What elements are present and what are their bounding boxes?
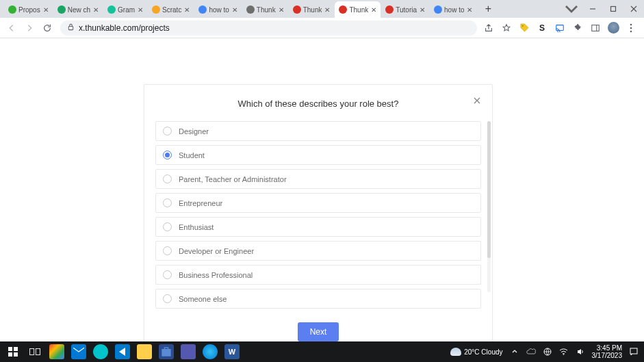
browser-tab[interactable]: Thunk✕ — [289, 1, 335, 18]
bookmark-star-icon[interactable] — [500, 22, 513, 34]
tab-close-icon[interactable]: ✕ — [371, 6, 376, 14]
tab-favicon — [152, 5, 160, 14]
tab-label: Thunk — [257, 6, 276, 14]
tab-favicon — [246, 5, 255, 14]
window-minimize-button[interactable] — [582, 1, 603, 17]
browser-tab[interactable]: Thunk✕ — [335, 1, 381, 18]
task-view-button[interactable] — [26, 343, 44, 361]
svg-rect-11 — [14, 347, 18, 351]
tab-close-icon[interactable]: ✕ — [420, 6, 425, 14]
taskbar-clock[interactable]: 3:45 PM 3/17/2023 — [592, 344, 623, 359]
role-option-label: Developer or Engineer — [179, 247, 254, 255]
tab-close-icon[interactable]: ✕ — [467, 6, 472, 14]
modal-close-button[interactable] — [473, 96, 481, 107]
cast-icon[interactable] — [554, 22, 566, 34]
nav-back-button[interactable] — [4, 21, 19, 36]
radio-icon — [163, 127, 172, 135]
taskbar-app-file-explorer[interactable] — [136, 343, 153, 361]
role-option[interactable]: Someone else — [155, 289, 481, 309]
cloud-icon — [450, 348, 461, 356]
volume-icon[interactable] — [576, 347, 585, 357]
tab-label: Gram — [118, 6, 135, 14]
taskbar-app-chrome[interactable] — [48, 343, 66, 361]
role-option[interactable]: Designer — [155, 121, 481, 141]
svg-rect-2 — [68, 26, 73, 29]
browser-tab[interactable]: Gram✕ — [103, 1, 147, 18]
modal-header: Which of these describes your role best? — [144, 85, 492, 121]
weather-widget[interactable]: 20°C Cloudy — [450, 348, 502, 356]
browser-tab[interactable]: how to✕ — [194, 1, 241, 18]
browser-menu-icon[interactable] — [625, 22, 637, 34]
extensions-puzzle-icon[interactable] — [571, 22, 584, 34]
svg-point-9 — [630, 30, 632, 32]
start-button[interactable] — [4, 343, 22, 361]
nav-reload-button[interactable] — [40, 21, 55, 36]
tab-close-icon[interactable]: ✕ — [279, 6, 284, 14]
browser-tab[interactable]: how to✕ — [430, 1, 476, 18]
taskbar-app-canva[interactable] — [92, 343, 110, 361]
svg-rect-1 — [611, 7, 616, 12]
role-option[interactable]: Entrepreneur — [155, 193, 481, 213]
tab-label: New ch — [68, 6, 90, 14]
browser-tab[interactable]: Scratc✕ — [148, 1, 194, 18]
taskbar-app-vscode[interactable] — [114, 343, 131, 361]
address-bar[interactable]: x.thunkable.com/projects — [60, 21, 477, 36]
side-panel-icon[interactable] — [589, 22, 602, 34]
browser-toolbar: x.thunkable.com/projects S — [0, 18, 644, 38]
svg-rect-12 — [8, 352, 12, 357]
next-button[interactable]: Next — [298, 322, 339, 341]
tab-close-icon[interactable]: ✕ — [43, 6, 49, 14]
role-option[interactable]: Parent, Teacher or Administrator — [155, 169, 481, 189]
language-icon[interactable] — [543, 347, 552, 357]
extension-letter-icon[interactable]: S — [536, 22, 548, 34]
tab-close-icon[interactable]: ✕ — [93, 6, 99, 14]
role-option[interactable]: Student — [155, 145, 481, 165]
taskbar-app-word[interactable]: W — [223, 343, 241, 361]
extension-tag-icon[interactable] — [518, 22, 530, 34]
taskbar-app-edge[interactable] — [201, 343, 219, 361]
tab-close-icon[interactable]: ✕ — [324, 6, 330, 14]
tab-favicon — [385, 5, 394, 14]
svg-rect-15 — [36, 349, 40, 355]
profile-avatar[interactable] — [607, 22, 619, 34]
svg-rect-20 — [630, 348, 637, 354]
new-tab-button[interactable]: + — [481, 2, 495, 16]
window-close-button[interactable] — [623, 1, 644, 17]
role-option[interactable]: Enthusiast — [155, 217, 481, 237]
role-option[interactable]: Business Professional — [155, 265, 481, 285]
radio-icon — [163, 151, 172, 159]
role-option[interactable]: Developer or Engineer — [155, 241, 481, 261]
browser-tab[interactable]: New ch✕ — [53, 1, 103, 18]
weather-text: 20°C Cloudy — [464, 348, 502, 356]
tab-favicon — [57, 5, 66, 14]
taskbar-app-store[interactable] — [157, 343, 175, 361]
wifi-icon[interactable] — [559, 347, 569, 357]
tab-label: how to — [444, 6, 464, 14]
window-maximize-button[interactable] — [603, 1, 623, 17]
role-option-label: Parent, Teacher or Administrator — [179, 175, 287, 183]
window-controls — [563, 1, 644, 17]
tab-overflow-button[interactable] — [563, 1, 580, 17]
onboarding-modal: Which of these describes your role best?… — [144, 84, 493, 353]
browser-tab[interactable]: Propos✕ — [4, 1, 53, 18]
tab-favicon — [434, 5, 442, 14]
modal-scroll-thumb[interactable] — [487, 121, 491, 258]
browser-tab[interactable]: Tutoria✕ — [381, 1, 429, 18]
tab-close-icon[interactable]: ✕ — [184, 6, 190, 14]
tab-close-icon[interactable]: ✕ — [232, 6, 237, 14]
svg-rect-5 — [592, 25, 600, 31]
onedrive-icon[interactable] — [526, 347, 536, 357]
nav-forward-button[interactable] — [22, 21, 37, 36]
taskbar-app-mail[interactable] — [70, 343, 88, 361]
tab-favicon — [198, 5, 207, 14]
modal-title: Which of these describes your role best? — [158, 99, 478, 109]
notifications-icon[interactable] — [629, 347, 639, 357]
svg-point-19 — [563, 354, 565, 355]
share-icon[interactable] — [482, 22, 495, 34]
tab-label: Propos — [18, 6, 40, 14]
browser-tab[interactable]: Thunk✕ — [242, 1, 288, 18]
tab-close-icon[interactable]: ✕ — [138, 6, 143, 14]
taskbar-app-teams[interactable] — [179, 343, 197, 361]
tray-overflow-button[interactable] — [510, 347, 519, 357]
taskbar-date: 3/17/2023 — [592, 352, 623, 359]
